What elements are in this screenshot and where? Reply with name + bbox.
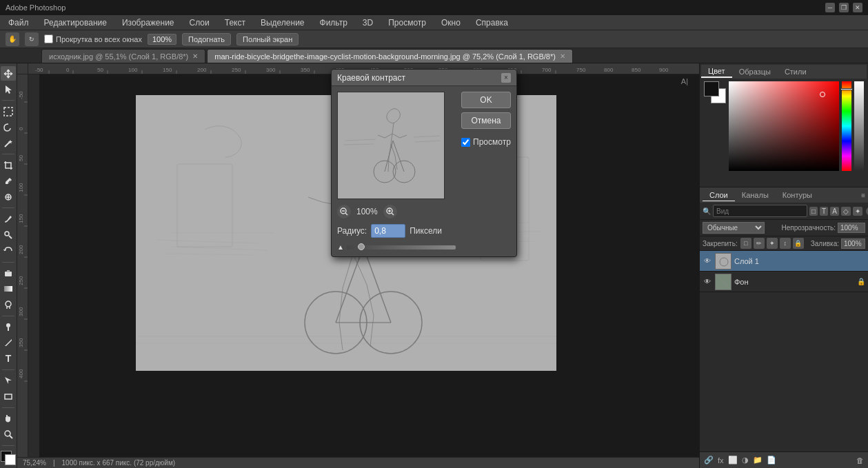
add-mask-btn[interactable]: ⬜ [728,456,738,465]
layer-filter-adjust[interactable]: T [820,207,828,216]
layers-search-input[interactable] [713,205,807,217]
zoom-tool[interactable] [1,427,16,442]
ok-button[interactable]: OK [461,92,511,108]
opacity-input[interactable] [838,223,865,233]
tab-styles[interactable]: Стили [778,66,814,77]
dodge-tool[interactable] [1,320,16,334]
lock-all-btn[interactable]: ↕ [780,238,791,249]
layer-thumb [715,253,731,269]
heal-tool[interactable] [1,190,16,204]
tab-samples[interactable]: Образцы [732,66,778,77]
tab-cyclist-close[interactable]: ✕ [560,52,565,60]
hand-tool[interactable] [1,411,16,426]
color-hue-bar[interactable] [842,81,851,171]
svg-text:100: 100 [128,67,138,73]
menu-text[interactable]: Текст [222,17,248,29]
zoom-in-button[interactable] [383,205,397,218]
blur-tool[interactable] [1,298,16,312]
dialog-close-button[interactable]: × [501,73,511,83]
tab-layers[interactable]: Слои [703,190,735,201]
tab-contours[interactable]: Контуры [776,190,819,201]
brush-tool[interactable] [1,212,16,226]
menu-layers[interactable]: Слои [187,17,212,29]
menu-help[interactable]: Справка [473,17,511,29]
magic-wand-tool[interactable] [1,136,16,150]
background-color[interactable] [5,454,16,465]
restore-button[interactable]: ❐ [839,3,849,12]
new-layer-btn[interactable]: 📄 [767,456,776,465]
layer-row[interactable]: 👁 Фон 🔒 [700,272,868,292]
cancel-button[interactable]: Отмена [461,112,511,129]
svg-point-6 [5,232,9,236]
menu-image[interactable]: Изображение [119,17,177,29]
fill-input[interactable] [841,238,865,249]
move-tool[interactable] [1,66,16,81]
add-fx-btn[interactable]: fx [718,456,724,465]
fg-swatch[interactable] [704,81,719,96]
history-brush-tool[interactable] [1,243,16,258]
gradient-tool[interactable] [1,282,16,296]
shape-tool[interactable] [1,389,16,404]
lock-extra-btn[interactable]: 🔒 [793,238,804,249]
cursor-tool[interactable] [1,82,16,96]
menu-view[interactable]: Просмотр [385,17,429,29]
text-tool[interactable]: T [1,352,16,366]
minimize-button[interactable]: ─ [825,3,835,12]
radius-slider[interactable] [347,245,456,250]
lock-pixels-btn[interactable]: □ [740,238,751,249]
layers-panel-menu[interactable]: ≡ [861,192,865,199]
add-adjustment-btn[interactable]: ◑ [742,456,749,465]
link-layers-btn[interactable]: 🔗 [704,456,714,465]
full-screen-button[interactable]: Полный экран [236,33,299,45]
slider-thumb[interactable] [358,243,365,250]
color-gradient[interactable] [729,81,839,171]
blend-mode-select[interactable]: Обычные [703,222,765,234]
scroll-all-windows-label[interactable]: Прокрутка во всех окнах [44,34,142,43]
zoom-out-button[interactable] [337,205,351,218]
marquee-tool[interactable] [1,104,16,119]
close-button[interactable]: ✕ [853,3,862,12]
dialog-buttons: OK Отмена Просмотр [461,92,511,147]
scroll-all-windows-checkbox[interactable] [44,34,53,43]
layer-filter-smart[interactable]: ✦ [853,207,862,216]
color-alpha-bar[interactable] [854,81,864,171]
tab-channels[interactable]: Каналы [735,190,776,201]
lasso-tool[interactable] [1,120,16,134]
tab-color[interactable]: Цвет [701,65,732,78]
layer-filter-shape[interactable]: ◇ [841,207,851,216]
tab-source[interactable]: исходник.jpg @ 55,1% (Слой 1, RGB/8*) ✕ [41,49,205,63]
layer-visibility-icon[interactable]: 👁 [703,277,712,287]
color-picker[interactable] [1,451,16,465]
clone-stamp-tool[interactable] [1,227,16,242]
layer-visibility-icon[interactable]: 👁 [703,256,712,266]
lock-artboard-btn[interactable]: ✦ [767,238,778,249]
pen-tool[interactable] [1,336,16,350]
layer-filter-pixel[interactable]: □ [809,207,818,216]
radius-input[interactable] [371,224,405,238]
svg-text:-50: -50 [18,91,24,99]
window-controls[interactable]: ─ ❐ ✕ [825,3,862,12]
menu-filter[interactable]: Фильтр [317,17,350,29]
fit-screen-button[interactable]: Подогнать [182,33,231,45]
layer-filter-text[interactable]: A [830,207,839,216]
menu-3d[interactable]: 3D [360,17,376,29]
lock-position-btn[interactable]: ✏ [754,238,765,249]
new-group-btn[interactable]: 📁 [753,456,763,465]
menu-file[interactable]: Файл [6,17,32,29]
eraser-tool[interactable] [1,266,16,281]
preview-checkbox[interactable] [461,138,470,147]
path-select-tool[interactable] [1,374,16,388]
fg-bg-swatch[interactable] [704,81,726,103]
svg-text:250: 250 [18,276,24,285]
menu-window[interactable]: Окно [438,17,463,29]
toolbar-separator-3 [2,207,14,208]
tab-cyclist[interactable]: man-ride-bicycle-bridgethe-image-cyclist… [207,49,573,63]
crop-tool[interactable] [1,158,16,172]
menu-edit[interactable]: Редактирование [41,17,110,29]
menu-select[interactable]: Выделение [258,17,307,29]
tab-source-close[interactable]: ✕ [192,52,198,60]
eyedropper-tool[interactable] [1,174,16,188]
high-pass-dialog[interactable]: Краевой контраст × [331,69,517,257]
delete-layer-btn[interactable]: 🗑 [856,456,864,465]
layer-row[interactable]: 👁 Слой 1 [700,251,868,272]
